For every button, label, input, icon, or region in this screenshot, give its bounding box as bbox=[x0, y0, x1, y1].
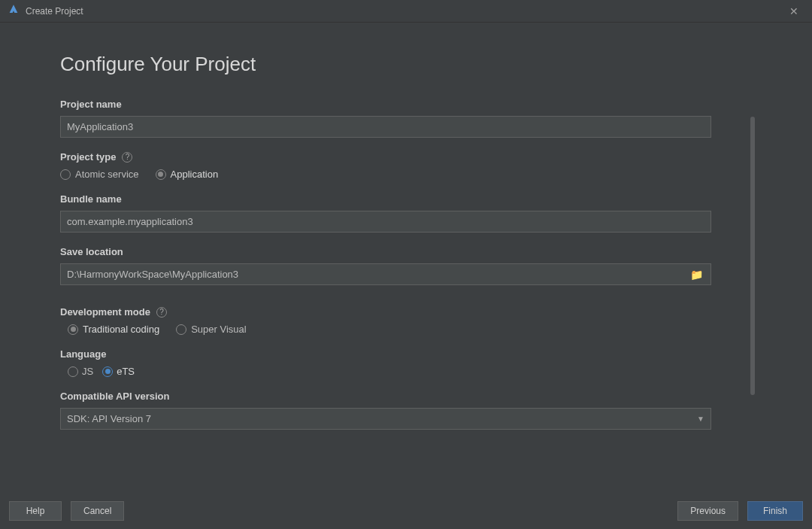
radio-label: Super Visual bbox=[191, 324, 246, 335]
radio-circle-icon bbox=[68, 324, 78, 335]
radio-atomic-service[interactable]: Atomic service bbox=[60, 169, 139, 180]
api-version-row: Compatible API version SDK: API Version … bbox=[60, 391, 711, 430]
save-location-row: Save location 📁 bbox=[60, 246, 711, 285]
dev-mode-label: Development mode bbox=[60, 306, 150, 318]
radio-label: Atomic service bbox=[75, 169, 139, 180]
language-row: Language JS eTS bbox=[60, 348, 711, 377]
project-name-row: Project name bbox=[60, 99, 711, 138]
help-icon[interactable]: ? bbox=[122, 152, 132, 163]
api-version-select[interactable]: SDK: API Version 7 ▼ bbox=[60, 408, 711, 430]
radio-super-visual[interactable]: Super Visual bbox=[176, 324, 246, 335]
form-area: Project name Project type ? Atomic servi… bbox=[60, 99, 711, 430]
folder-icon[interactable]: 📁 bbox=[683, 269, 710, 281]
project-name-label: Project name bbox=[60, 99, 122, 110]
chevron-down-icon: ▼ bbox=[697, 415, 704, 423]
radio-label: JS bbox=[82, 366, 93, 377]
scrollbar-thumb[interactable] bbox=[750, 117, 755, 395]
project-type-label: Project type bbox=[60, 151, 116, 163]
radio-js[interactable]: JS bbox=[68, 366, 93, 377]
save-location-input[interactable] bbox=[61, 264, 683, 284]
project-name-input[interactable] bbox=[60, 116, 711, 138]
help-icon[interactable]: ? bbox=[156, 307, 167, 318]
select-value: SDK: API Version 7 bbox=[67, 413, 151, 424]
content-area: Configure Your Project Project name Proj… bbox=[0, 23, 812, 493]
footer: Help Cancel Previous Finish bbox=[0, 493, 812, 529]
radio-circle-icon bbox=[60, 169, 71, 180]
save-location-label: Save location bbox=[60, 246, 123, 257]
help-button[interactable]: Help bbox=[9, 501, 62, 521]
radio-circle-icon bbox=[156, 169, 166, 180]
app-icon bbox=[8, 4, 20, 19]
radio-application[interactable]: Application bbox=[156, 169, 219, 180]
radio-traditional-coding[interactable]: Traditional coding bbox=[68, 324, 159, 335]
cancel-button[interactable]: Cancel bbox=[71, 501, 124, 521]
bundle-name-input[interactable] bbox=[60, 211, 711, 233]
dev-mode-row: Development mode ? Traditional coding Su… bbox=[60, 306, 711, 335]
radio-circle-icon bbox=[176, 324, 186, 335]
bundle-name-label: Bundle name bbox=[60, 193, 122, 205]
language-label: Language bbox=[60, 348, 106, 360]
titlebar: Create Project ✕ bbox=[0, 0, 812, 23]
radio-circle-icon bbox=[68, 366, 78, 377]
radio-label: Traditional coding bbox=[83, 324, 159, 335]
radio-ets[interactable]: eTS bbox=[102, 366, 135, 377]
radio-label: Application bbox=[171, 169, 219, 180]
project-type-row: Project type ? Atomic service Applicatio… bbox=[60, 151, 711, 180]
radio-circle-icon bbox=[102, 366, 113, 377]
previous-button[interactable]: Previous bbox=[677, 501, 738, 521]
api-version-label: Compatible API version bbox=[60, 391, 169, 402]
finish-button[interactable]: Finish bbox=[747, 501, 803, 521]
page-title: Configure Your Project bbox=[60, 53, 812, 76]
bundle-name-row: Bundle name bbox=[60, 193, 711, 233]
radio-label: eTS bbox=[117, 366, 135, 377]
window-title: Create Project bbox=[26, 6, 83, 17]
close-icon[interactable]: ✕ bbox=[783, 2, 804, 20]
